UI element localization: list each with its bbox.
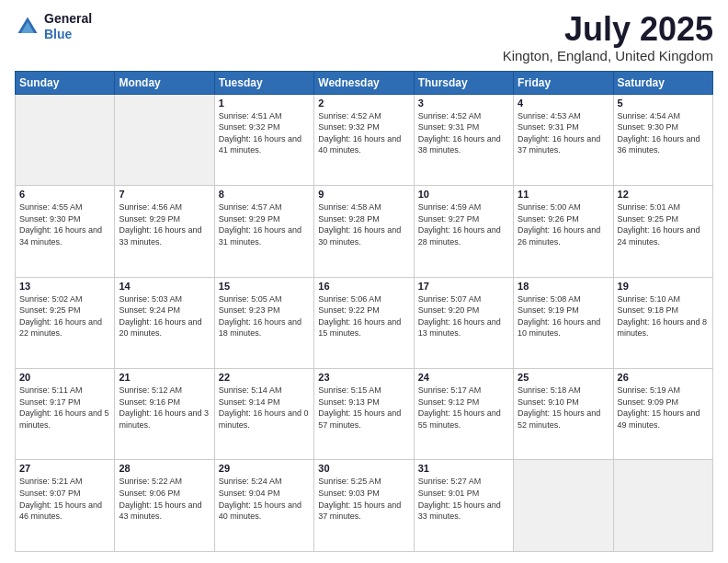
page: General Blue July 2025 Kington, England,…	[0, 0, 728, 563]
day-info: Sunrise: 5:05 AMSunset: 9:23 PMDaylight:…	[219, 293, 310, 339]
day-info: Sunrise: 5:21 AMSunset: 9:07 PMDaylight:…	[19, 476, 110, 522]
calendar-week-row: 20Sunrise: 5:11 AMSunset: 9:17 PMDayligh…	[16, 369, 713, 460]
header: General Blue July 2025 Kington, England,…	[15, 11, 713, 63]
col-tuesday: Tuesday	[214, 71, 313, 94]
day-info: Sunrise: 5:02 AMSunset: 9:25 PMDaylight:…	[19, 293, 110, 339]
day-info: Sunrise: 4:52 AMSunset: 9:32 PMDaylight:…	[318, 110, 409, 156]
table-row: 29Sunrise: 5:24 AMSunset: 9:04 PMDayligh…	[214, 460, 313, 552]
calendar-week-row: 13Sunrise: 5:02 AMSunset: 9:25 PMDayligh…	[16, 277, 713, 368]
day-number: 2	[318, 98, 409, 109]
location: Kington, England, United Kingdom	[503, 48, 713, 63]
table-row: 13Sunrise: 5:02 AMSunset: 9:25 PMDayligh…	[16, 277, 115, 368]
table-row: 27Sunrise: 5:21 AMSunset: 9:07 PMDayligh…	[16, 460, 115, 552]
day-info: Sunrise: 5:07 AMSunset: 9:20 PMDaylight:…	[418, 293, 509, 339]
day-number: 8	[219, 189, 310, 200]
table-row: 19Sunrise: 5:10 AMSunset: 9:18 PMDayligh…	[613, 277, 712, 368]
day-info: Sunrise: 4:54 AMSunset: 9:30 PMDaylight:…	[618, 110, 709, 156]
table-row: 30Sunrise: 5:25 AMSunset: 9:03 PMDayligh…	[314, 460, 414, 552]
day-info: Sunrise: 4:59 AMSunset: 9:27 PMDaylight:…	[418, 201, 509, 247]
calendar-table: Sunday Monday Tuesday Wednesday Thursday…	[15, 71, 713, 552]
table-row: 14Sunrise: 5:03 AMSunset: 9:24 PMDayligh…	[115, 277, 214, 368]
table-row: 7Sunrise: 4:56 AMSunset: 9:29 PMDaylight…	[115, 186, 214, 277]
table-row: 8Sunrise: 4:57 AMSunset: 9:29 PMDaylight…	[214, 186, 313, 277]
day-info: Sunrise: 4:52 AMSunset: 9:31 PMDaylight:…	[418, 110, 509, 156]
day-info: Sunrise: 5:11 AMSunset: 9:17 PMDaylight:…	[19, 385, 110, 431]
table-row: 4Sunrise: 4:53 AMSunset: 9:31 PMDaylight…	[514, 94, 613, 185]
day-number: 17	[418, 281, 509, 292]
table-row	[514, 460, 613, 552]
day-number: 5	[618, 98, 709, 109]
day-info: Sunrise: 4:51 AMSunset: 9:32 PMDaylight:…	[219, 110, 310, 156]
day-number: 22	[219, 372, 310, 383]
table-row	[115, 94, 214, 185]
table-row: 23Sunrise: 5:15 AMSunset: 9:13 PMDayligh…	[314, 369, 414, 460]
day-number: 3	[418, 98, 509, 109]
day-info: Sunrise: 5:24 AMSunset: 9:04 PMDaylight:…	[219, 476, 310, 522]
day-info: Sunrise: 5:18 AMSunset: 9:10 PMDaylight:…	[518, 385, 609, 431]
day-number: 27	[19, 463, 110, 474]
day-info: Sunrise: 5:08 AMSunset: 9:19 PMDaylight:…	[518, 293, 609, 339]
day-info: Sunrise: 5:22 AMSunset: 9:06 PMDaylight:…	[119, 476, 210, 522]
table-row: 9Sunrise: 4:58 AMSunset: 9:28 PMDaylight…	[314, 186, 414, 277]
col-sunday: Sunday	[16, 71, 115, 94]
day-number: 21	[119, 372, 210, 383]
table-row: 28Sunrise: 5:22 AMSunset: 9:06 PMDayligh…	[115, 460, 214, 552]
day-number: 13	[19, 281, 110, 292]
day-number: 4	[518, 98, 609, 109]
day-number: 15	[219, 281, 310, 292]
table-row: 18Sunrise: 5:08 AMSunset: 9:19 PMDayligh…	[514, 277, 613, 368]
day-info: Sunrise: 5:06 AMSunset: 9:22 PMDaylight:…	[318, 293, 409, 339]
day-info: Sunrise: 5:00 AMSunset: 9:26 PMDaylight:…	[518, 201, 609, 247]
day-number: 26	[618, 372, 709, 383]
day-info: Sunrise: 4:55 AMSunset: 9:30 PMDaylight:…	[19, 201, 110, 247]
day-info: Sunrise: 4:58 AMSunset: 9:28 PMDaylight:…	[318, 201, 409, 247]
table-row: 1Sunrise: 4:51 AMSunset: 9:32 PMDaylight…	[214, 94, 313, 185]
table-row: 16Sunrise: 5:06 AMSunset: 9:22 PMDayligh…	[314, 277, 414, 368]
table-row: 17Sunrise: 5:07 AMSunset: 9:20 PMDayligh…	[414, 277, 513, 368]
table-row	[613, 460, 712, 552]
logo-icon	[15, 14, 40, 40]
day-number: 7	[119, 189, 210, 200]
day-number: 12	[618, 189, 709, 200]
col-monday: Monday	[115, 71, 214, 94]
day-info: Sunrise: 5:14 AMSunset: 9:14 PMDaylight:…	[219, 385, 310, 431]
day-info: Sunrise: 5:27 AMSunset: 9:01 PMDaylight:…	[418, 476, 509, 522]
day-info: Sunrise: 5:17 AMSunset: 9:12 PMDaylight:…	[418, 385, 509, 431]
day-number: 24	[418, 372, 509, 383]
day-info: Sunrise: 5:12 AMSunset: 9:16 PMDaylight:…	[119, 385, 210, 431]
day-number: 16	[318, 281, 409, 292]
table-row: 3Sunrise: 4:52 AMSunset: 9:31 PMDaylight…	[414, 94, 513, 185]
calendar-week-row: 6Sunrise: 4:55 AMSunset: 9:30 PMDaylight…	[16, 186, 713, 277]
table-row: 5Sunrise: 4:54 AMSunset: 9:30 PMDaylight…	[613, 94, 712, 185]
day-number: 29	[219, 463, 310, 474]
col-friday: Friday	[514, 71, 613, 94]
day-number: 19	[618, 281, 709, 292]
table-row	[16, 94, 115, 185]
table-row: 12Sunrise: 5:01 AMSunset: 9:25 PMDayligh…	[613, 186, 712, 277]
day-number: 11	[518, 189, 609, 200]
day-number: 1	[219, 98, 310, 109]
day-info: Sunrise: 4:56 AMSunset: 9:29 PMDaylight:…	[119, 201, 210, 247]
day-number: 6	[19, 189, 110, 200]
month-title: July 2025	[503, 11, 713, 48]
calendar-header-row: Sunday Monday Tuesday Wednesday Thursday…	[16, 71, 713, 94]
table-row: 6Sunrise: 4:55 AMSunset: 9:30 PMDaylight…	[16, 186, 115, 277]
table-row: 15Sunrise: 5:05 AMSunset: 9:23 PMDayligh…	[214, 277, 313, 368]
day-number: 23	[318, 372, 409, 383]
table-row: 25Sunrise: 5:18 AMSunset: 9:10 PMDayligh…	[514, 369, 613, 460]
day-info: Sunrise: 5:25 AMSunset: 9:03 PMDaylight:…	[318, 476, 409, 522]
day-number: 28	[119, 463, 210, 474]
day-number: 25	[518, 372, 609, 383]
table-row: 10Sunrise: 4:59 AMSunset: 9:27 PMDayligh…	[414, 186, 513, 277]
logo: General Blue	[15, 11, 92, 42]
col-saturday: Saturday	[613, 71, 712, 94]
day-info: Sunrise: 5:19 AMSunset: 9:09 PMDaylight:…	[618, 385, 709, 431]
day-number: 14	[119, 281, 210, 292]
day-number: 31	[418, 463, 509, 474]
calendar-week-row: 1Sunrise: 4:51 AMSunset: 9:32 PMDaylight…	[16, 94, 713, 185]
table-row: 20Sunrise: 5:11 AMSunset: 9:17 PMDayligh…	[16, 369, 115, 460]
table-row: 21Sunrise: 5:12 AMSunset: 9:16 PMDayligh…	[115, 369, 214, 460]
table-row: 24Sunrise: 5:17 AMSunset: 9:12 PMDayligh…	[414, 369, 513, 460]
logo-text: General Blue	[44, 11, 92, 42]
day-info: Sunrise: 5:03 AMSunset: 9:24 PMDaylight:…	[119, 293, 210, 339]
